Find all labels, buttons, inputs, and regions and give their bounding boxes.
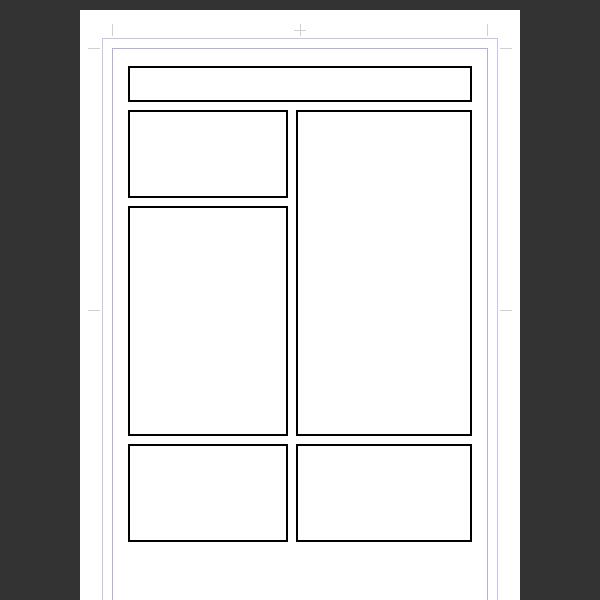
crop-mark: [487, 24, 488, 36]
crop-mark: [88, 48, 100, 49]
crop-mark: [500, 310, 512, 311]
frame-right-bottom[interactable]: [296, 444, 472, 542]
frame-right-main[interactable]: [296, 110, 472, 436]
page-canvas[interactable]: [80, 10, 520, 600]
crop-mark: [88, 310, 100, 311]
frame-left-top[interactable]: [128, 110, 288, 198]
registration-mark: [300, 24, 301, 36]
crop-mark: [500, 48, 512, 49]
frame-left-mid[interactable]: [128, 206, 288, 436]
crop-mark: [112, 24, 113, 36]
frame-header[interactable]: [128, 66, 472, 102]
frame-left-bottom[interactable]: [128, 444, 288, 542]
